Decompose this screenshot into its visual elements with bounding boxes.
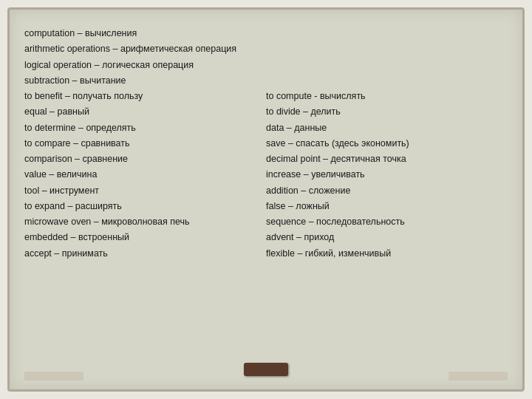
vocab-left: accept – принимать (24, 246, 266, 262)
vocab-right: sequence – последовательность (266, 214, 508, 230)
vocab-left: microwave oven – микроволновая печь (24, 214, 266, 230)
vocab-left: equal – равный (24, 104, 266, 120)
full-rows: computation – вычисленияarithmetic opera… (24, 26, 508, 89)
chalk-eraser (244, 363, 288, 376)
vocab-right: advent – приход (266, 230, 508, 245)
vocab-row: tool – инструментaddition – сложение (24, 183, 508, 199)
vocab-left: comparison – сравнение (24, 151, 266, 167)
vocab-left: value – величина (24, 167, 266, 183)
dual-rows: to benefit – получать пользуto compute -… (24, 89, 508, 262)
full-row-item: logical operation – логическая операция (24, 58, 508, 73)
blackboard: computation – вычисленияarithmetic opera… (7, 7, 525, 392)
vocab-right: save – спасать (здесь экономить) (266, 136, 508, 151)
vocab-row: value – величинаincrease – увеличивать (24, 167, 508, 183)
vocab-right: increase – увеличивать (266, 167, 508, 183)
vocab-left: to benefit – получать пользу (24, 89, 266, 104)
vocab-row: embedded – встроенныйadvent – приход (24, 230, 508, 245)
chalk-left (24, 372, 83, 381)
vocab-right: addition – сложение (266, 183, 508, 199)
vocab-right: to compute - вычислять (266, 89, 508, 104)
vocabulary-content: computation – вычисленияarithmetic opera… (24, 26, 508, 262)
vocab-right: decimal point – десятичная точка (266, 151, 508, 167)
vocab-row: to determine – определятьdata – данные (24, 120, 508, 136)
vocab-row: microwave oven – микроволновая печьseque… (24, 214, 508, 230)
vocab-right: data – данные (266, 120, 508, 136)
vocab-row: equal – равныйto divide – делить (24, 104, 508, 120)
full-row-item: arithmetic operations – арифметическая о… (24, 41, 508, 57)
vocab-left: embedded – встроенный (24, 230, 266, 245)
vocab-left: to compare – сравнивать (24, 136, 266, 151)
vocab-left: to expand – расширять (24, 199, 266, 214)
vocab-row: comparison – сравнениеdecimal point – де… (24, 151, 508, 167)
vocab-row: to benefit – получать пользуto compute -… (24, 89, 508, 104)
vocab-row: accept – приниматьflexible – гибкий, изм… (24, 246, 508, 262)
chalk-right (449, 372, 508, 381)
vocab-right: to divide – делить (266, 104, 508, 120)
full-row-item: subtraction – вычитание (24, 73, 508, 89)
full-row-item: computation – вычисления (24, 26, 508, 41)
vocab-right: false – ложный (266, 199, 508, 214)
vocab-row: to compare – сравниватьsave – спасать (з… (24, 136, 508, 151)
vocab-right: flexible – гибкий, изменчивый (266, 246, 508, 262)
vocab-left: to determine – определять (24, 120, 266, 136)
vocab-left: tool – инструмент (24, 183, 266, 199)
vocab-row: to expand – расширятьfalse – ложный (24, 199, 508, 214)
